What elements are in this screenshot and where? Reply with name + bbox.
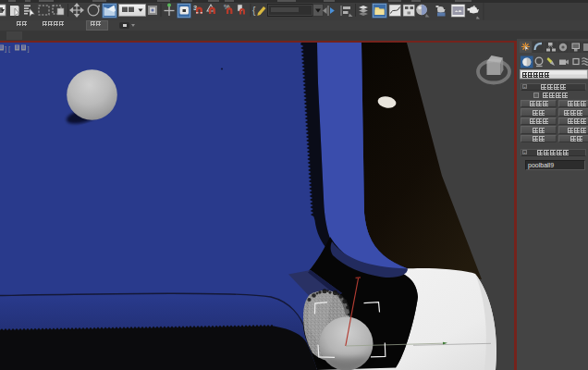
svg-text:] [: ] [ (5, 45, 10, 53)
svg-text:]: ] (28, 45, 30, 53)
svg-text:{: { (252, 6, 256, 16)
